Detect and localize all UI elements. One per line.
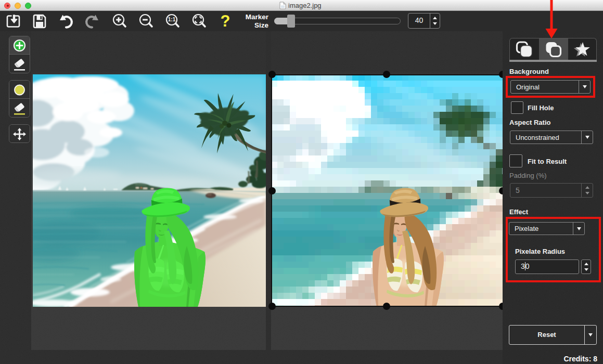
svg-text:1:1: 1:1 <box>168 17 176 22</box>
